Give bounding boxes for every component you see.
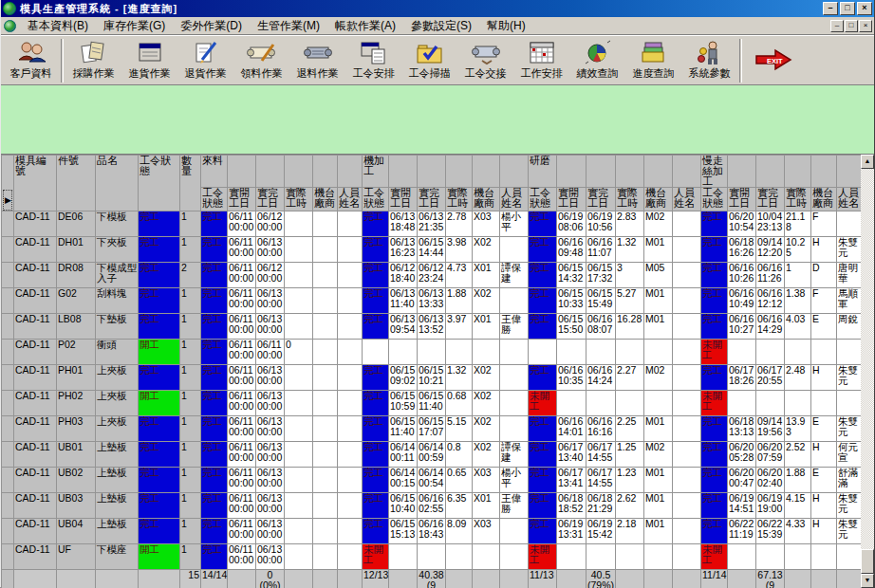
mdi-restore-button[interactable]: □ xyxy=(845,20,858,32)
grid-row-PH03[interactable]: CAD-11PH03上夾板完工1完工06/11 00:0006/13 00:00… xyxy=(2,416,864,442)
toolbar-button-material-issue-ops[interactable]: 領料作業 xyxy=(233,36,289,80)
toolbar-button-progress-query[interactable]: 進度查詢 xyxy=(625,36,681,80)
stage2-machine-cell xyxy=(644,391,673,416)
menu-item-5[interactable]: 參數設定(S) xyxy=(403,16,479,36)
stage2-end-cell: 06/19 15:42 xyxy=(586,519,616,544)
stage0-machine-cell xyxy=(313,468,338,493)
stage2-end-cell: 06/15 15:49 xyxy=(586,288,616,314)
maximize-button[interactable]: □ xyxy=(840,2,855,15)
stage3-start-cell: 06/17 18:26 xyxy=(728,365,756,391)
grid-row-G02[interactable]: CAD-11G02刮料塊完工1完工06/11 00:0006/13 00:00完… xyxy=(2,288,864,314)
toolbar-button-exit[interactable]: EXIT xyxy=(744,36,805,72)
stage3-end-cell: 09/14 12:20 xyxy=(756,237,785,263)
stage0-start-cell: 06/11 00:00 xyxy=(228,544,256,570)
scrollbar-thumb[interactable] xyxy=(861,549,874,574)
menu-item-2[interactable]: 委外作業(D) xyxy=(173,16,250,36)
grid-row-PH02[interactable]: CAD-11PH02上夾板開工1完工06/11 00:0006/13 00:00… xyxy=(2,391,864,416)
stage0-start-cell: 06/11 00:00 xyxy=(228,493,256,519)
part-name-cell: 下模座 xyxy=(96,544,139,570)
stage1-person-cell xyxy=(500,365,529,391)
column-header-fixed-3: 工令狀態 xyxy=(139,156,180,211)
grid-row-DE06[interactable]: CAD-11DE06下模板完工1完工06/11 00:0006/12 00:00… xyxy=(2,211,864,237)
mold-no-cell: CAD-11 xyxy=(14,493,57,519)
stage0-machine-cell xyxy=(313,263,338,288)
grid-row-UB04[interactable]: CAD-11UB04上墊板完工1完工06/11 00:0006/13 00:00… xyxy=(2,519,864,544)
grid-row-UB03[interactable]: CAD-11UB03上墊板完工1完工06/11 00:0006/13 00:00… xyxy=(2,493,864,519)
menu-item-4[interactable]: 帳款作業(A) xyxy=(327,16,403,36)
toolbar-label: 進貨作業 xyxy=(129,67,171,80)
menu-item-1[interactable]: 庫存作業(G) xyxy=(96,16,173,36)
toolbar-button-work-schedule[interactable]: 工作安排 xyxy=(513,36,569,80)
stage3-machine-cell: H xyxy=(811,519,837,544)
part-no-cell: DH01 xyxy=(57,237,96,263)
mdi-child-icon[interactable] xyxy=(4,20,16,32)
grid-row-P02[interactable]: CAD-11P02衝頭開工1完工06/11 00:0006/11 00:000未… xyxy=(2,340,864,365)
toolbar-button-system-params[interactable]: 系統參數 xyxy=(681,36,737,80)
stage0-person-cell xyxy=(338,211,363,237)
mold-no-cell: CAD-11 xyxy=(14,519,57,544)
sub-header-g3-5: 人員姓名 xyxy=(837,188,864,211)
stage0-start-cell: 06/11 00:00 xyxy=(228,237,256,263)
grid-row-LB08[interactable]: CAD-11LB08下墊板完工1完工06/11 00:0006/13 00:00… xyxy=(2,314,864,340)
vertical-scrollbar[interactable]: ▲ ▼ xyxy=(861,155,874,588)
summary-spacer xyxy=(285,570,313,588)
stage2-machine-cell xyxy=(644,544,673,570)
scroll-down-arrow[interactable]: ▼ xyxy=(861,574,874,588)
stage2-person-cell xyxy=(673,442,701,468)
stage1-status-cell: 完工 xyxy=(363,493,389,519)
minimize-button[interactable]: – xyxy=(823,2,838,15)
menu-item-6[interactable]: 幫助(H) xyxy=(479,16,533,36)
close-button[interactable]: × xyxy=(857,2,872,15)
toolbar-button-purchase-ops[interactable]: 採購作業 xyxy=(65,36,121,80)
performance-query-icon xyxy=(583,39,613,67)
stage1-end-cell: 06/16 02:55 xyxy=(418,493,446,519)
stage2-end-cell: 06/16 11:07 xyxy=(586,237,616,263)
stage1-start-cell: 06/15 10:59 xyxy=(389,391,418,416)
stage2-status-cell: 完工 xyxy=(529,493,557,519)
group-header-spacer xyxy=(418,156,446,188)
toolbar-button-performance-query[interactable]: 績效查詢 xyxy=(569,36,625,80)
toolbar-button-customer-data[interactable]: 客戶資料 xyxy=(3,36,59,80)
toolbar-button-receiving-ops[interactable]: 進貨作業 xyxy=(121,36,177,80)
toolbar-button-workorder-arrange[interactable]: 工令安排 xyxy=(345,36,401,80)
stage3-person-cell: 舒滿滿 xyxy=(837,468,864,493)
toolbar-button-goods-return-ops[interactable]: 退貨作業 xyxy=(177,36,233,80)
stage0-end-cell: 06/11 00:00 xyxy=(256,340,285,365)
stage3-start-cell: 06/20 00:47 xyxy=(728,468,756,493)
mdi-minimize-button[interactable]: – xyxy=(830,20,844,32)
mdi-close-button[interactable]: × xyxy=(859,20,872,32)
summary-spacer xyxy=(228,570,256,588)
toolbar-button-workorder-handover[interactable]: 工令交接 xyxy=(457,36,513,80)
grid-row-UF[interactable]: CAD-11UF下模座開工1完工06/11 00:0006/13 00:00未開… xyxy=(2,544,864,570)
stage0-status-cell: 完工 xyxy=(201,442,228,468)
grid-row-UB01[interactable]: CAD-11UB01上墊板完工1完工06/11 00:0006/13 00:00… xyxy=(2,442,864,468)
scroll-up-arrow[interactable]: ▲ xyxy=(861,155,874,169)
grid-row-DR08[interactable]: CAD-11DR08下模成型入子完工2完工06/11 00:0006/12 00… xyxy=(2,263,864,288)
sub-header-g3-0: 工令狀態 xyxy=(701,188,728,211)
stage3-machine-cell: E xyxy=(811,314,837,340)
part-no-cell: UB02 xyxy=(57,468,96,493)
customer-data-icon xyxy=(16,39,47,67)
toolbar-button-workorder-scan[interactable]: 工令掃描 xyxy=(401,36,457,80)
stage3-end-cell: 06/20 02:40 xyxy=(756,468,785,493)
stage0-person-cell xyxy=(338,442,363,468)
menu-item-0[interactable]: 基本資料(B) xyxy=(20,16,96,36)
grid-row-PH01[interactable]: CAD-11PH01上夾板完工1完工06/11 00:0006/13 00:00… xyxy=(2,365,864,391)
stage2-hours-cell: 2.18 xyxy=(616,519,644,544)
grid-row-UB02[interactable]: CAD-11UB02上墊板完工1完工06/11 00:0006/13 00:00… xyxy=(2,468,864,493)
stage2-person-cell xyxy=(673,263,701,288)
toolbar-button-material-return-ops[interactable]: 退料作業 xyxy=(289,36,345,80)
stage0-machine-cell xyxy=(313,314,338,340)
part-name-cell: 上墊板 xyxy=(96,493,139,519)
qty-cell: 1 xyxy=(180,468,201,493)
grid-row-DH01[interactable]: CAD-11DH01下夾板完工1完工06/11 00:0006/13 00:00… xyxy=(2,237,864,263)
stage3-person-cell xyxy=(837,211,864,237)
stage3-person-cell: 周銳 xyxy=(837,314,864,340)
stage1-start-cell xyxy=(389,544,418,570)
purchase-ops-icon xyxy=(79,39,109,67)
workorder-status-cell: 完工 xyxy=(139,519,180,544)
sub-header-g2-5: 人員姓名 xyxy=(673,188,701,211)
stage3-hours-cell: 13.93 xyxy=(785,416,811,442)
menu-item-3[interactable]: 生管作業(M) xyxy=(250,16,327,36)
workorder-status-cell: 完工 xyxy=(139,365,180,391)
